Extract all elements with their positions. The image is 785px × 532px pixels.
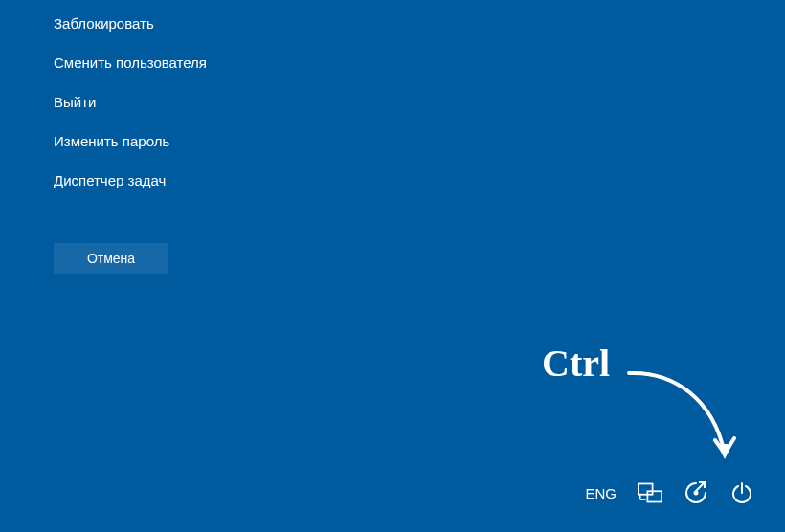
language-indicator[interactable]: ENG	[585, 485, 617, 501]
ease-of-access-icon[interactable]	[684, 480, 708, 505]
security-options-menu: Заблокировать Сменить пользователя Выйти…	[54, 4, 207, 200]
annotation-arrow	[617, 362, 751, 477]
annotation-text: Ctrl	[542, 341, 610, 386]
menu-item-task-manager[interactable]: Диспетчер задач	[54, 161, 207, 200]
menu-item-change-password[interactable]: Изменить пароль	[54, 122, 207, 161]
menu-item-sign-out[interactable]: Выйти	[54, 82, 207, 122]
network-icon[interactable]	[638, 480, 662, 505]
menu-item-lock[interactable]: Заблокировать	[54, 4, 207, 43]
svg-rect-1	[639, 483, 653, 494]
power-icon[interactable]	[729, 480, 754, 505]
svg-point-5	[694, 491, 699, 496]
system-tray: ENG	[585, 480, 754, 505]
svg-marker-0	[717, 444, 732, 459]
cancel-button[interactable]: Отмена	[54, 243, 168, 274]
svg-rect-2	[647, 491, 662, 501]
menu-item-switch-user[interactable]: Сменить пользователя	[54, 43, 207, 82]
